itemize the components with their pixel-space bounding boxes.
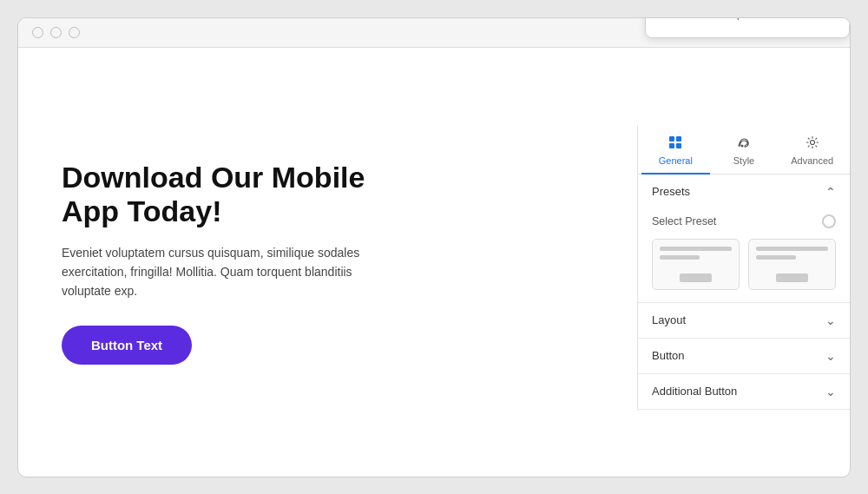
section-presets: Presets ⌃ Select Preset — [638, 175, 850, 303]
tab-general[interactable]: General — [641, 127, 710, 175]
section-additional-button-header[interactable]: Additional Button ⌄ — [638, 374, 850, 409]
section-presets-header[interactable]: Presets ⌃ — [638, 175, 850, 209]
preset-block-2 — [776, 273, 808, 282]
section-button-label: Button — [652, 349, 685, 362]
presets-content: Select Preset — [638, 209, 850, 302]
preview-area: Download Our Mobile App Today! Eveniet v… — [18, 48, 637, 470]
select-preset-label: Select Preset — [652, 215, 716, 227]
cta-button[interactable]: Button Text — [62, 326, 192, 365]
right-panel: General Style Advanced — [637, 126, 850, 410]
browser-dot-2 — [50, 27, 62, 38]
select-preset-row: Select Preset — [652, 214, 836, 228]
section-button: Button ⌄ — [638, 339, 850, 374]
svg-point-6 — [810, 141, 814, 145]
section-presets-label: Presets — [652, 185, 690, 198]
general-tab-icon — [668, 135, 682, 152]
section-button-header[interactable]: Button ⌄ — [638, 339, 850, 373]
section-additional-button: Additional Button ⌄ — [638, 374, 850, 410]
svg-rect-1 — [669, 136, 674, 142]
preset-line-2 — [660, 255, 700, 260]
svg-rect-2 — [676, 136, 681, 142]
section-presets-chevron: ⌃ — [825, 185, 836, 199]
preset-card-1[interactable] — [652, 239, 740, 290]
preset-line-1 — [660, 247, 732, 251]
cta-popup-header: Call To Action Add a button along with h… — [658, 17, 837, 22]
section-additional-button-chevron: ⌄ — [825, 385, 836, 398]
section-additional-button-label: Additional Button — [652, 385, 737, 398]
preset-card-2[interactable] — [748, 239, 836, 290]
preview-heading: Download Our Mobile App Today! — [62, 161, 391, 228]
tab-advanced[interactable]: Advanced — [778, 127, 846, 175]
preview-description: Eveniet voluptatem cursus quisquam, simi… — [62, 243, 383, 301]
svg-point-5 — [741, 145, 744, 148]
section-button-chevron: ⌄ — [825, 349, 836, 363]
tab-style-label: Style — [733, 155, 754, 166]
section-layout-header[interactable]: Layout ⌄ — [638, 303, 850, 338]
section-layout-chevron: ⌄ — [825, 313, 836, 327]
tab-general-label: General — [659, 155, 693, 166]
panel-sections: Presets ⌃ Select Preset — [638, 175, 850, 410]
preset-cards — [652, 239, 836, 290]
style-tab-icon — [737, 135, 751, 152]
browser-dot-1 — [32, 27, 43, 38]
preset-line-3 — [756, 247, 828, 251]
preset-line-4 — [756, 255, 796, 260]
svg-rect-4 — [676, 143, 681, 148]
cta-popup-description: Add a button along with heading and desc… — [691, 17, 837, 22]
tab-advanced-label: Advanced — [791, 155, 833, 166]
panel-tabs: General Style Advanced — [638, 126, 850, 175]
preset-block-1 — [680, 273, 712, 282]
browser-window: Download Our Mobile App Today! Eveniet v… — [17, 17, 851, 478]
tab-style[interactable]: Style — [710, 127, 779, 175]
select-preset-spinner — [822, 214, 836, 228]
cta-popup-text: Call To Action Add a button along with h… — [691, 17, 837, 22]
section-layout-label: Layout — [652, 313, 686, 326]
svg-rect-3 — [669, 143, 674, 148]
main-content: Download Our Mobile App Today! Eveniet v… — [18, 48, 850, 470]
right-panel-wrapper: Call To Action Add a button along with h… — [637, 48, 850, 470]
cta-popup: Call To Action Add a button along with h… — [645, 17, 850, 38]
section-layout: Layout ⌄ — [638, 303, 850, 339]
popup-area: Call To Action Add a button along with h… — [637, 48, 850, 126]
browser-dot-3 — [69, 27, 80, 38]
advanced-tab-icon — [806, 135, 819, 152]
